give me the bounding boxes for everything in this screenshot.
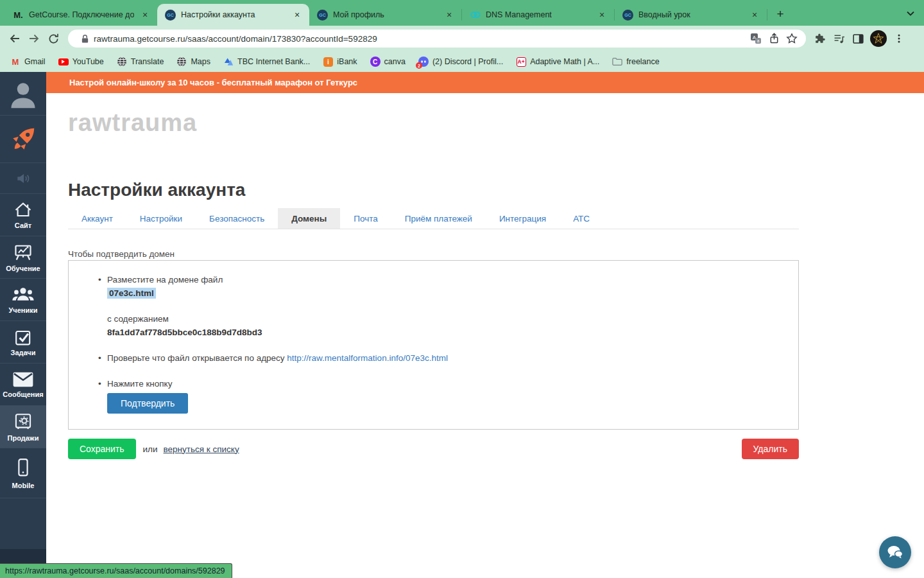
sidebar-announcements[interactable] xyxy=(0,163,46,194)
promo-banner[interactable]: Настрой онлайн-школу за 10 часов - беспл… xyxy=(46,72,924,93)
person-silhouette-icon xyxy=(6,77,40,110)
bookmark-gmail[interactable]: M Gmail xyxy=(10,57,46,67)
bookmark-folder-freelance[interactable]: freelance xyxy=(612,57,659,67)
bookmark-translate[interactable]: Translate xyxy=(117,57,164,67)
easel-chart-icon xyxy=(12,242,35,263)
bookmark-maps[interactable]: Maps xyxy=(176,57,210,67)
sidebar-item-label: Обучение xyxy=(6,265,40,272)
browser-tab-dns-management[interactable]: DNS Management × xyxy=(462,4,614,26)
new-tab-button[interactable]: + xyxy=(771,5,789,23)
tab-ats[interactable]: АТС xyxy=(560,208,603,229)
bookmarks-bar: M Gmail YouTube Translate Maps TBC Inter… xyxy=(0,51,924,72)
settings-tabs: Аккаунт Настройки Безопасность Домены По… xyxy=(68,208,799,229)
discord-badge: 2 xyxy=(416,62,422,69)
verify-check-url-link[interactable]: http://raw.mentalformation.info/07e3c.ht… xyxy=(287,353,448,363)
getcourse-favicon-icon: GC xyxy=(165,10,176,21)
smartphone-icon xyxy=(13,457,33,480)
sidebar-launch[interactable] xyxy=(0,116,46,163)
tab-account[interactable]: Аккаунт xyxy=(68,208,126,229)
adaptive-math-icon: A+ xyxy=(516,57,526,67)
sidebar-item-sales[interactable]: Продажи xyxy=(0,406,46,448)
bookmark-label: canva xyxy=(384,57,406,66)
save-button[interactable]: Сохранить xyxy=(68,439,136,459)
address-bar[interactable]: rawtrauma.getcourse.ru/saas/account/doma… xyxy=(68,30,806,48)
sidebar-item-site[interactable]: Сайт xyxy=(0,194,46,236)
discord-icon: 2 xyxy=(418,57,429,67)
sidebar-item-label: Сообщения xyxy=(3,391,43,398)
sidebar-item-tasks[interactable]: Задачи xyxy=(0,321,46,363)
account-name: rawtrauma xyxy=(68,109,197,137)
getcourse-favicon-icon: GC xyxy=(317,10,328,21)
tab-settings[interactable]: Настройки xyxy=(126,208,196,229)
bookmark-star-icon[interactable] xyxy=(783,30,801,48)
url-text[interactable]: rawtrauma.getcourse.ru/saas/account/doma… xyxy=(94,34,747,44)
sidebar-item-training[interactable]: Обучение xyxy=(0,236,46,279)
godaddy-favicon-icon xyxy=(470,10,481,21)
bookmark-adaptive-math[interactable]: A+ Adaptive Math | A... xyxy=(516,57,599,67)
side-panel-icon[interactable] xyxy=(848,29,868,48)
back-to-list-link[interactable]: вернуться к списку xyxy=(164,444,239,454)
media-playlist-icon[interactable] xyxy=(829,29,848,48)
sidebar-profile[interactable] xyxy=(0,72,46,116)
or-text: или xyxy=(143,444,158,454)
youtube-icon xyxy=(58,57,69,67)
bookmark-label: YouTube xyxy=(73,57,104,66)
bookmark-tbc-bank[interactable]: TBC Internet Bank... xyxy=(223,57,310,67)
lock-icon xyxy=(76,30,94,48)
gmail-icon: M xyxy=(10,57,21,67)
form-actions: Сохранить или вернуться к списку Удалить xyxy=(68,439,799,459)
share-icon[interactable] xyxy=(765,30,783,48)
main-content: Настрой онлайн-школу за 10 часов - беспл… xyxy=(46,72,924,578)
delete-button[interactable]: Удалить xyxy=(742,439,799,459)
bookmark-discord[interactable]: 2 (2) Discord | Profil... xyxy=(418,57,503,67)
sidebar-item-label: Mobile xyxy=(12,482,35,489)
tab-security[interactable]: Безопасность xyxy=(196,208,278,229)
sidebar-item-messages[interactable]: Сообщения xyxy=(0,363,46,406)
reload-button[interactable] xyxy=(44,29,63,48)
sidebar-item-label: Сайт xyxy=(15,222,31,229)
support-chat-button[interactable] xyxy=(879,536,911,568)
confirm-button[interactable]: Подтвердить xyxy=(107,393,188,414)
extensions-puzzle-icon[interactable] xyxy=(810,29,829,48)
people-group-icon xyxy=(11,285,35,304)
tab-title: Настройки аккаунта xyxy=(181,10,286,19)
browser-tab-bar: M. GetCourse. Подключение дом... × GC На… xyxy=(0,0,924,26)
bookmark-label: freelance xyxy=(626,57,659,66)
sidebar-item-mobile[interactable]: Mobile xyxy=(0,448,46,498)
sidebar-item-students[interactable]: Ученики xyxy=(0,279,46,321)
browser-tab-getcourse-help[interactable]: M. GetCourse. Подключение дом... × xyxy=(5,4,157,26)
browser-tab-my-profile[interactable]: GC Мой профиль × xyxy=(309,4,461,26)
bookmark-label: Maps xyxy=(191,57,210,66)
tab-domains[interactable]: Домены xyxy=(278,208,340,229)
getcourse-favicon-icon: GC xyxy=(622,10,633,21)
bookmark-label: (2) Discord | Profil... xyxy=(432,57,503,66)
tbc-bank-icon xyxy=(223,57,234,67)
translate-page-icon[interactable]: Aa xyxy=(747,30,765,48)
browser-menu-icon[interactable] xyxy=(889,29,909,48)
status-url-text: https://rawtrauma.getcourse.ru/saas/acco… xyxy=(5,566,225,575)
close-tab-icon[interactable]: × xyxy=(596,9,608,21)
browser-tab-account-settings[interactable]: GC Настройки аккаунта × xyxy=(157,4,309,26)
status-url-tooltip: https://rawtrauma.getcourse.ru/saas/acco… xyxy=(0,563,232,578)
tab-search-chevron-icon[interactable] xyxy=(906,8,915,19)
bookmark-youtube[interactable]: YouTube xyxy=(58,57,104,67)
verify-box: Разместите на домене файл 07e3c.html с с… xyxy=(68,260,799,430)
bookmark-label: Gmail xyxy=(24,57,46,66)
tab-title: GetCourse. Подключение дом... xyxy=(29,10,134,19)
bookmark-canva[interactable]: C canva xyxy=(370,57,406,67)
close-tab-icon[interactable]: × xyxy=(291,9,303,21)
close-tab-icon[interactable]: × xyxy=(749,9,760,21)
bookmark-ibank[interactable]: i iBank xyxy=(323,57,357,67)
envelope-icon xyxy=(12,371,35,389)
forward-button[interactable] xyxy=(24,29,44,48)
close-tab-icon[interactable]: × xyxy=(139,9,151,21)
bookmark-label: iBank xyxy=(337,57,357,66)
chat-bubbles-icon xyxy=(886,544,904,561)
browser-tab-intro-lesson[interactable]: GC Вводный урок × xyxy=(615,4,767,26)
tab-payments[interactable]: Приём платежей xyxy=(391,208,486,229)
profile-avatar[interactable] xyxy=(870,30,887,47)
close-tab-icon[interactable]: × xyxy=(443,9,455,21)
back-button[interactable] xyxy=(5,29,24,48)
tab-mail[interactable]: Почта xyxy=(340,208,391,229)
tab-integration[interactable]: Интеграция xyxy=(486,208,560,229)
